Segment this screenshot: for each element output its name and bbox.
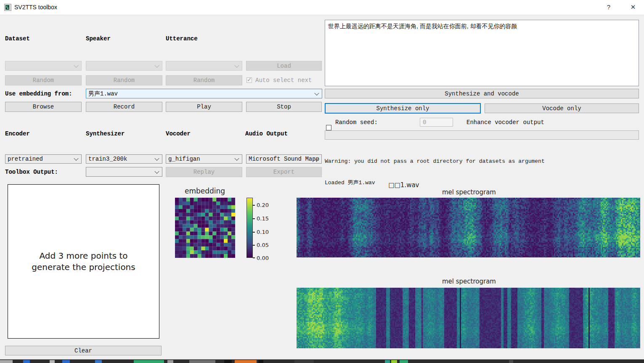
vocoder-label: Vocoder [166, 130, 191, 137]
dataset-random-button[interactable]: Random [5, 75, 82, 85]
auto-select-next-label: Auto select next [255, 77, 312, 84]
speaker-random-button[interactable]: Random [86, 75, 162, 85]
mel-spectrogram-top-title: mel spectrogram [429, 188, 509, 196]
speaker-select[interactable] [86, 61, 162, 71]
colorbar-tickmark [253, 218, 255, 219]
vocoder-value: g_hifigan [168, 156, 200, 162]
window-title: SV2TTS toolbox [14, 4, 57, 11]
play-button[interactable]: Play [166, 102, 242, 112]
taskbar-segment [95, 360, 102, 363]
clear-button[interactable]: Clear [5, 346, 162, 355]
colorbar-tickmark [253, 232, 255, 233]
taskbar-segment [224, 360, 232, 363]
random-seed-label: Random seed: [335, 119, 378, 126]
check-icon: ✓ [247, 76, 252, 83]
app-icon [4, 4, 11, 11]
encoder-value: pretrained [8, 156, 43, 162]
mel-spectrogram-top [297, 198, 640, 257]
taskbar-segment [235, 360, 257, 363]
projections-message-line1: Add 3 more points to [32, 250, 135, 262]
enhance-vocoder-label: Enhance vocoder output [466, 119, 544, 126]
colorbar-tick: 0.05 [257, 242, 269, 248]
synthesize-and-vocode-button[interactable]: Synthesize and vocode [325, 89, 639, 98]
taskbar-segment [385, 360, 390, 363]
audio-output-value: Microsoft Sound Mapp [249, 156, 319, 162]
vocode-only-button[interactable]: Vocode only [485, 103, 639, 113]
toolbox-output-label: Toolbox Output: [5, 169, 58, 175]
use-embedding-label: Use embedding from: [5, 90, 72, 97]
embedding-heatmap [175, 198, 235, 258]
taskbar-segment [400, 360, 408, 363]
taskbar-segment [23, 360, 30, 363]
colorbar-tickmark [253, 205, 255, 206]
auto-select-next-checkbox[interactable]: ✓ [246, 77, 252, 83]
projections-message: Add 3 more points to generate the projec… [32, 250, 135, 273]
load-button[interactable]: Load [246, 61, 322, 71]
chevron-down-icon [154, 169, 159, 173]
encoder-select[interactable]: pretrained [5, 154, 82, 164]
text-input-area[interactable]: 世界上最遥远的距离不是天涯海角, 而是我站在你面前, 却看不见你的容颜 [325, 20, 639, 86]
close-button[interactable]: ✕ [627, 2, 639, 13]
replay-button[interactable]: Replay [166, 167, 242, 177]
embedding-source-select[interactable]: 男声1.wav [86, 89, 322, 98]
stop-button[interactable]: Stop [246, 102, 322, 112]
chevron-down-icon [314, 90, 319, 95]
mel-spectrogram-bottom [297, 288, 640, 348]
taskbar-segment [509, 360, 513, 363]
embedding-source-value: 男声1.wav [88, 90, 118, 98]
audio-output-select[interactable]: Microsoft Sound Mapp [246, 154, 322, 164]
utterance-random-button[interactable]: Random [166, 75, 242, 85]
colorbar-tickmark [253, 257, 255, 258]
audio-output-label: Audio Output [245, 130, 288, 137]
colorbar-tick: 0.00 [257, 255, 269, 261]
chevron-down-icon [74, 63, 78, 67]
embedding-plot-title: embedding [172, 187, 237, 195]
vocoder-select[interactable]: g_hifigan [166, 154, 242, 164]
taskbar-segment [62, 360, 70, 363]
projections-message-line2: generate the projections [32, 262, 135, 273]
utterance-plot-title: □□1.wav [366, 181, 442, 189]
progress-bar [325, 130, 639, 140]
colorbar-tickmark [253, 245, 255, 246]
taskbar-segment [0, 360, 13, 363]
projections-panel[interactable]: Add 3 more points to generate the projec… [8, 184, 159, 339]
record-button[interactable]: Record [86, 102, 162, 112]
chevron-down-icon [74, 156, 78, 161]
taskbar-segment [50, 360, 55, 363]
titlebar[interactable]: SV2TTS toolbox ? ✕ [0, 0, 644, 15]
taskbar-segment [134, 360, 164, 363]
utterance-select[interactable] [166, 61, 242, 71]
colorbar-tick: 0.10 [257, 229, 269, 235]
dataset-select[interactable] [5, 61, 82, 71]
chevron-down-icon [234, 156, 239, 161]
taskbar-segment [258, 360, 263, 363]
colorbar-tick: 0.20 [257, 202, 269, 208]
taskbar-strip [0, 359, 644, 363]
taskbar-segment [294, 360, 314, 363]
seed-input[interactable] [420, 118, 453, 127]
synthesizer-value: train3_200k [88, 156, 127, 162]
encoder-label: Encoder [5, 130, 30, 137]
log-line: Warning: you did not pass a root directo… [325, 158, 642, 165]
speaker-label: Speaker [86, 35, 111, 42]
export-button[interactable]: Export [246, 167, 322, 177]
synthesizer-label: Synthesizer [86, 130, 125, 137]
dataset-label: Dataset [5, 35, 30, 42]
mel-spectrogram-bottom-title: mel spectrogram [429, 278, 509, 285]
chevron-down-icon [234, 63, 239, 67]
taskbar-segment [167, 360, 173, 363]
help-button[interactable]: ? [602, 2, 615, 13]
synthesize-only-button[interactable]: Synthesize only [325, 103, 481, 114]
toolbox-output-select[interactable] [86, 167, 162, 177]
taskbar-segment [391, 360, 397, 363]
random-seed-checkbox[interactable] [326, 125, 331, 130]
colorbar-tick: 0.15 [257, 215, 269, 222]
chevron-down-icon [154, 156, 159, 161]
log-output: Warning: you did not pass a root directo… [325, 143, 642, 180]
sv2tts-toolbox-window: { "window": { "title": "SV2TTS toolbox",… [0, 0, 644, 363]
synthesizer-select[interactable]: train3_200k [86, 154, 162, 164]
browse-button[interactable]: Browse [5, 102, 82, 112]
taskbar-segment [189, 360, 215, 363]
colorbar [246, 198, 253, 258]
utterance-label: Utterance [166, 35, 198, 42]
